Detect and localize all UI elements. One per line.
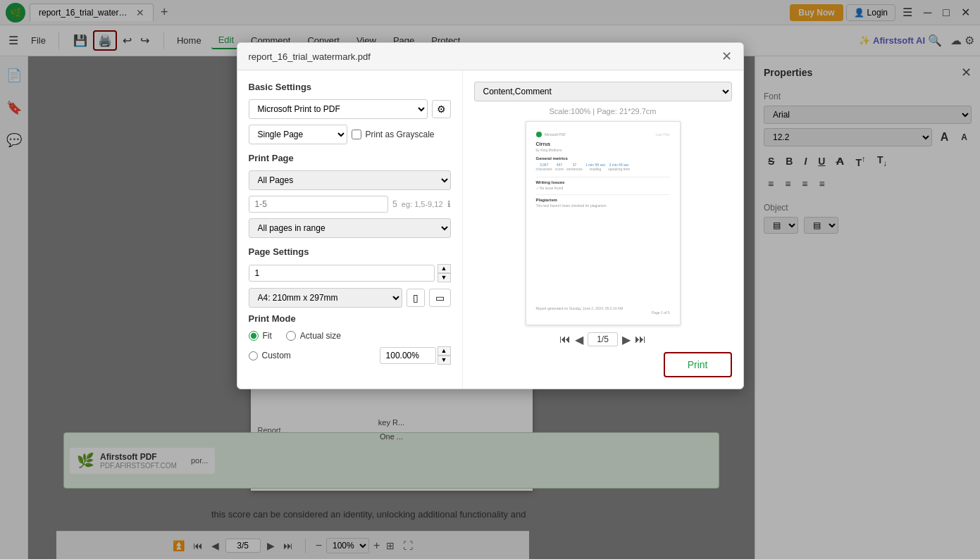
pages-range-row: 5 eg: 1,5-9,12 ℹ (249, 196, 451, 213)
dialog-body: Basic Settings Microsoft Print to PDF ⚙ … (237, 70, 743, 389)
dialog-titlebar: report_16_trial_watermark.pdf ✕ (237, 43, 743, 70)
custom-value-input[interactable] (380, 347, 436, 364)
printer-row: Microsoft Print to PDF ⚙ (249, 99, 451, 119)
preview-dropdown-row: Content,Comment (474, 82, 732, 101)
preview-divider-1 (536, 177, 670, 177)
basic-settings-title: Basic Settings (249, 82, 451, 92)
print-page-title: Print Page (249, 153, 451, 163)
content-select[interactable]: Content,Comment (474, 82, 732, 101)
custom-down-btn[interactable]: ▼ (438, 356, 451, 365)
printer-select[interactable]: Microsoft Print to PDF (249, 99, 428, 119)
info-icon[interactable]: ℹ (447, 199, 451, 209)
preview-prev-btn[interactable]: ◀ (575, 333, 583, 346)
metric-2: 497score (555, 163, 564, 171)
fit-radio-label: Fit (249, 331, 272, 341)
preview-writing-item: ✓ No issue found (536, 186, 670, 190)
page-settings-title: Page Settings (249, 246, 451, 257)
preview-page-indicator: 1/5 (588, 332, 618, 346)
print-mode-radios: Fit Actual size (249, 331, 451, 341)
scale-info: Scale:100% | Page: 21*29.7cm (549, 107, 656, 115)
dialog-close-btn[interactable]: ✕ (721, 49, 732, 64)
actual-size-radio[interactable] (286, 331, 296, 341)
copies-row: ▲ ▼ (249, 264, 451, 282)
preview-divider-2 (536, 194, 670, 195)
actual-size-radio-label: Actual size (286, 331, 341, 341)
preview-first-btn[interactable]: ⏮ (559, 333, 571, 346)
printer-settings-btn[interactable]: ⚙ (432, 100, 451, 118)
custom-radio-label: Custom (249, 351, 291, 360)
preview-section-general: General metrics (536, 156, 670, 161)
portrait-btn[interactable]: ▯ (407, 289, 425, 307)
preview-header-text: Afirstsoft PDF (545, 132, 566, 137)
page-type-row: Single Page Print as Grayscale (249, 125, 451, 144)
page-size-select[interactable]: A4: 210mm x 297mm (249, 288, 402, 308)
preview-logo-dot (536, 132, 542, 137)
preview-title: Cirrus (536, 142, 670, 146)
preview-image: Afirstsoft PDF Last Title Cirrus by King… (526, 121, 681, 325)
preview-metrics: 3,097characters 497score 37sentences 1 m… (536, 163, 670, 171)
pages-range-input[interactable] (249, 196, 389, 213)
preview-last-btn[interactable]: ⏭ (635, 333, 646, 346)
page-size-row: A4: 210mm x 297mm ▯ ▭ (249, 288, 451, 308)
preview-nav: ⏮ ◀ 1/5 ▶ ⏭ (559, 332, 646, 346)
grayscale-label: Print as Grayscale (352, 130, 435, 139)
print-button[interactable]: Print (664, 352, 732, 377)
fit-radio[interactable] (249, 331, 259, 341)
pages-count: 5 (392, 199, 397, 209)
dialog-right: Content,Comment Scale:100% | Page: 21*29… (463, 70, 743, 389)
print-dialog: report_16_trial_watermark.pdf ✕ Basic Se… (237, 42, 744, 389)
copies-up-btn[interactable]: ▲ (438, 264, 451, 273)
print-mode-title: Print Mode (249, 313, 451, 324)
page-type-select[interactable]: Single Page (249, 125, 347, 144)
preview-logo-row: Afirstsoft PDF Last Title (536, 132, 670, 137)
copies-down-btn[interactable]: ▼ (438, 273, 451, 282)
preview-header-right: Last Title (655, 132, 669, 137)
custom-row: Custom ▲ ▼ (249, 346, 451, 365)
preview-next-btn[interactable]: ▶ (622, 333, 631, 346)
copies-spinners: ▲ ▼ (438, 264, 451, 282)
preview-author: by King Mottions (536, 148, 670, 152)
dialog-title: report_16_trial_watermark.pdf (249, 51, 371, 62)
landscape-btn[interactable]: ▭ (429, 289, 451, 307)
preview-plag-text: This text haven't been checked for plagi… (536, 203, 670, 208)
pages-in-range-select[interactable]: All pages in range (249, 218, 451, 238)
custom-radio[interactable] (249, 351, 258, 360)
custom-spinners: ▲ ▼ (438, 346, 451, 365)
dialog-left: Basic Settings Microsoft Print to PDF ⚙ … (237, 70, 463, 389)
pages-eg: eg: 1,5-9,12 (402, 200, 443, 208)
preview-writing-title: Writing Issues (536, 180, 670, 184)
print-btn-row: Print (474, 352, 732, 377)
metric-1: 3,097characters (536, 163, 552, 171)
custom-value-row: ▲ ▼ (380, 346, 451, 365)
metric-3: 37sentences (566, 163, 583, 171)
dialog-overlay: report_16_trial_watermark.pdf ✕ Basic Se… (0, 0, 980, 559)
metric-5: 3 min 48 secspeaking time (608, 163, 630, 171)
copies-input[interactable] (249, 265, 435, 282)
all-pages-select[interactable]: All Pages (249, 170, 451, 190)
preview-page-num: Page 1 of 5 (536, 310, 670, 315)
custom-up-btn[interactable]: ▲ (438, 346, 451, 356)
grayscale-checkbox[interactable] (352, 130, 361, 139)
preview-plag-title: Plagiarism (536, 198, 670, 202)
metric-4: 1 min 58 secreading (585, 163, 605, 171)
